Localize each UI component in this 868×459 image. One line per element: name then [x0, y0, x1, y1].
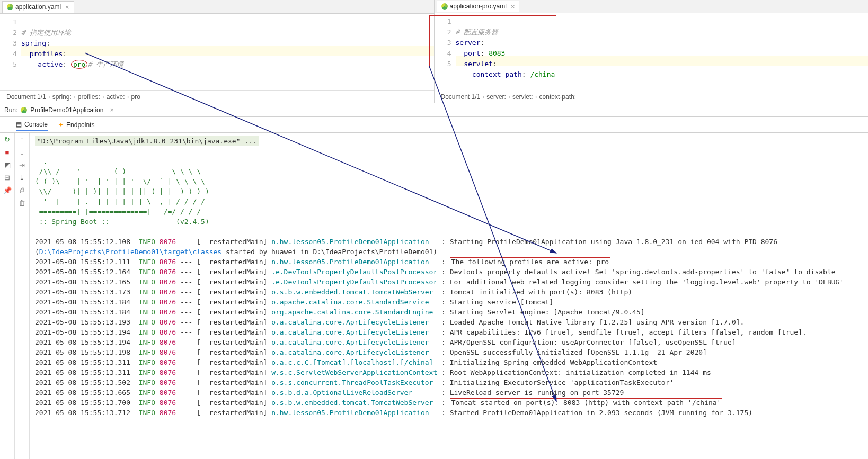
tab-bar-right: application-pro.yaml × [435, 0, 869, 13]
spring-icon [21, 107, 27, 113]
gutter-right: 12345 [435, 13, 456, 91]
code-right[interactable]: # 配置服务器 server: port: 8083 servlet: cont… [456, 13, 869, 91]
tab-label: application-pro.yaml [450, 3, 507, 10]
yaml-icon [7, 4, 13, 10]
code-left[interactable]: # 指定使用环境 spring: profiles: active: pro# … [21, 14, 434, 90]
breadcrumb-right[interactable]: Document 1/1› server:› servlet:› context… [435, 91, 869, 103]
run-config-name[interactable]: ProfileDemo01Application [30, 106, 103, 114]
print-icon[interactable]: ⎙ [18, 186, 26, 194]
tab-console[interactable]: ▤ Console [16, 119, 48, 131]
tab-label: application.yaml [15, 3, 61, 11]
console-output[interactable]: "D:\Program Files\Java\jdk1.8.0_231\bin\… [30, 133, 868, 459]
rerun-icon[interactable]: ↻ [3, 135, 12, 143]
tab-application-yaml[interactable]: application.yaml × [2, 1, 74, 13]
stop-icon[interactable]: ■ [3, 148, 12, 156]
run-toolbar: Run: ProfileDemo01Application × [0, 103, 868, 117]
run-tool-column-left: ↻ ■ ◩ ⊟ 📌 [0, 133, 15, 459]
down-icon[interactable]: ↓ [18, 148, 26, 156]
pin-icon[interactable]: 📌 [3, 186, 12, 194]
layout-icon[interactable]: ⊟ [3, 173, 12, 182]
close-icon[interactable]: × [65, 3, 69, 11]
run-tool-column-right: ↑ ↓ ⇥ ⤓ ⎙ 🗑 [15, 133, 30, 459]
endpoints-icon: ✦ [58, 121, 64, 129]
tab-endpoints[interactable]: ✦ Endpoints [58, 119, 94, 131]
run-sub-tabs: ▤ Console ✦ Endpoints [0, 117, 868, 133]
editor-pane-left: application.yaml × 12345 # 指定使用环境 spring… [0, 0, 435, 103]
trash-icon[interactable]: 🗑 [18, 199, 26, 207]
editor-pane-right: application-pro.yaml × 12345 # 配置服务器 ser… [435, 0, 869, 103]
console-icon: ▤ [16, 121, 22, 128]
tab-application-pro-yaml[interactable]: application-pro.yaml × [437, 1, 520, 12]
run-label: Run: [4, 106, 17, 114]
active-value-circled: pro [71, 60, 87, 69]
camera-icon[interactable]: ◩ [3, 160, 12, 169]
close-icon[interactable]: × [511, 3, 515, 11]
gutter-left: 12345 [0, 14, 21, 90]
close-icon[interactable]: × [110, 106, 113, 114]
up-icon[interactable]: ↑ [18, 135, 26, 143]
wrap-icon[interactable]: ⇥ [18, 160, 26, 169]
yaml-icon [441, 3, 448, 10]
tab-bar-left: application.yaml × [0, 0, 434, 14]
scroll-icon[interactable]: ⤓ [18, 173, 26, 182]
breadcrumb-left[interactable]: Document 1/1› spring:› profiles:› active… [0, 90, 434, 103]
